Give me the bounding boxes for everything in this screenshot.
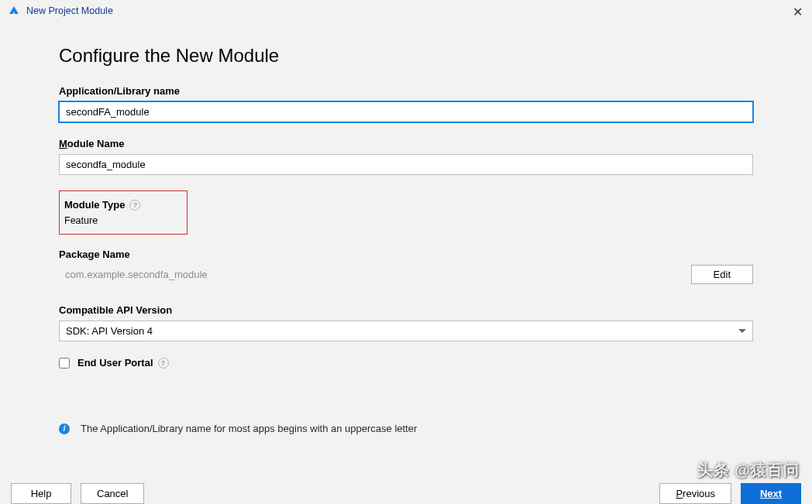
label-package-name: Package Name bbox=[59, 249, 753, 260]
footer-left: Help Cancel bbox=[11, 483, 144, 504]
label-module-type: Module Type ? bbox=[64, 199, 176, 211]
label-end-user-portal: End User Portal ? bbox=[77, 357, 169, 369]
label-module-name: Module Name bbox=[59, 138, 753, 149]
help-icon[interactable]: ? bbox=[158, 358, 169, 369]
field-end-user-portal: End User Portal ? bbox=[59, 357, 753, 369]
previous-button[interactable]: Previous bbox=[659, 483, 731, 504]
chevron-down-icon bbox=[738, 329, 746, 333]
info-text: The Application/Library name for most ap… bbox=[81, 423, 417, 434]
checkbox-end-user-portal[interactable] bbox=[59, 358, 70, 369]
window-title: New Project Module bbox=[26, 5, 113, 16]
value-package-name: com.example.secondfa_module bbox=[59, 269, 208, 280]
label-app-lib-name: Application/Library name bbox=[59, 85, 753, 97]
footer-right: Previous Next bbox=[659, 483, 801, 504]
content-area: Configure the New Module Application/Lib… bbox=[0, 22, 812, 434]
field-package-name: Package Name com.example.secondfa_module… bbox=[59, 249, 753, 284]
app-logo-icon bbox=[8, 5, 20, 17]
cancel-button[interactable]: Cancel bbox=[81, 483, 144, 504]
close-icon[interactable]: ✕ bbox=[793, 5, 803, 19]
next-button[interactable]: Next bbox=[741, 483, 801, 504]
input-module-name[interactable] bbox=[59, 154, 753, 175]
input-app-lib-name[interactable] bbox=[59, 101, 753, 122]
label-api-version: Compatible API Version bbox=[59, 304, 753, 316]
value-module-type: Feature bbox=[64, 215, 176, 226]
footer: Help Cancel Previous Next bbox=[0, 483, 812, 504]
select-api-version[interactable]: SDK: API Version 4 bbox=[59, 321, 753, 341]
info-icon: i bbox=[59, 423, 70, 434]
titlebar: New Project Module ✕ bbox=[0, 0, 812, 22]
module-type-box: Module Type ? Feature bbox=[59, 190, 188, 235]
package-row: com.example.secondfa_module Edit bbox=[59, 265, 753, 284]
watermark: 头条 @猿百问 bbox=[697, 460, 800, 481]
help-button[interactable]: Help bbox=[11, 483, 71, 504]
page-heading: Configure the New Module bbox=[59, 45, 753, 67]
help-icon[interactable]: ? bbox=[129, 200, 140, 211]
info-row: i The Application/Library name for most … bbox=[59, 423, 753, 434]
edit-package-button[interactable]: Edit bbox=[691, 265, 753, 284]
field-app-lib-name: Application/Library name bbox=[59, 85, 753, 122]
dialog-window: New Project Module ✕ Configure the New M… bbox=[0, 0, 812, 504]
field-module-name: Module Name bbox=[59, 138, 753, 175]
field-api-version: Compatible API Version SDK: API Version … bbox=[59, 304, 753, 341]
select-api-version-value: SDK: API Version 4 bbox=[66, 325, 153, 337]
